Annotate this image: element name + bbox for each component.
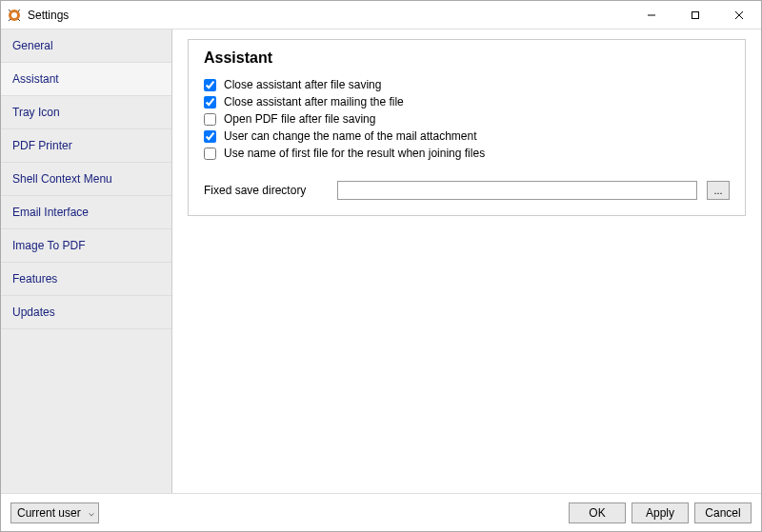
svg-line-3 bbox=[18, 10, 20, 11]
fixed-dir-input[interactable] bbox=[337, 181, 697, 200]
settings-window: Settings General Assistant Tray Icon PDF… bbox=[0, 0, 762, 532]
group-title: Assistant bbox=[204, 49, 730, 67]
svg-line-2 bbox=[9, 10, 10, 11]
checkbox-row: Close assistant after mailing the file bbox=[204, 93, 730, 110]
footer: Current user OK Apply Cancel bbox=[1, 493, 761, 531]
fixed-save-directory-row: Fixed save directory ... bbox=[204, 181, 730, 200]
body-area: General Assistant Tray Icon PDF Printer … bbox=[1, 30, 761, 493]
checkbox-label: Use name of first file for the result wh… bbox=[224, 147, 485, 160]
svg-line-4 bbox=[9, 19, 10, 21]
checkbox-label: Close assistant after mailing the file bbox=[224, 95, 404, 108]
checkbox-close-after-saving[interactable] bbox=[204, 79, 216, 91]
sidebar-item-features[interactable]: Features bbox=[1, 263, 171, 296]
app-icon bbox=[7, 8, 22, 23]
sidebar-item-shell-context-menu[interactable]: Shell Context Menu bbox=[1, 163, 171, 196]
svg-rect-7 bbox=[692, 11, 699, 18]
user-scope-value: Current user bbox=[17, 506, 81, 520]
checkbox-label: Open PDF file after file saving bbox=[224, 112, 375, 126]
browse-button[interactable]: ... bbox=[707, 181, 730, 200]
sidebar-item-label: Email Interface bbox=[12, 206, 89, 219]
checkbox-change-attachment-name[interactable] bbox=[204, 130, 216, 143]
titlebar: Settings bbox=[1, 1, 761, 30]
sidebar-item-assistant[interactable]: Assistant bbox=[1, 63, 171, 96]
checkbox-row: Close assistant after file saving bbox=[204, 76, 730, 93]
minimize-button[interactable] bbox=[630, 1, 673, 29]
sidebar-item-updates[interactable]: Updates bbox=[1, 296, 171, 329]
sidebar-item-general[interactable]: General bbox=[1, 30, 171, 63]
checkbox-open-pdf-after-saving[interactable] bbox=[204, 113, 216, 126]
sidebar-item-tray-icon[interactable]: Tray Icon bbox=[1, 96, 171, 129]
window-controls bbox=[630, 1, 761, 29]
apply-button[interactable]: Apply bbox=[632, 502, 689, 523]
sidebar-item-label: PDF Printer bbox=[12, 139, 72, 152]
sidebar-item-label: Features bbox=[12, 272, 57, 286]
main-panel: Assistant Close assistant after file sav… bbox=[172, 30, 761, 493]
window-title: Settings bbox=[28, 9, 69, 22]
sidebar-item-label: Shell Context Menu bbox=[12, 172, 112, 186]
checkbox-row: User can change the name of the mail att… bbox=[204, 128, 730, 145]
sidebar: General Assistant Tray Icon PDF Printer … bbox=[1, 30, 172, 493]
sidebar-item-label: Assistant bbox=[12, 72, 59, 86]
svg-point-1 bbox=[11, 12, 17, 18]
sidebar-item-email-interface[interactable]: Email Interface bbox=[1, 196, 171, 229]
ok-button[interactable]: OK bbox=[569, 502, 626, 523]
checkbox-use-first-file-name[interactable] bbox=[204, 148, 216, 160]
fixed-dir-label: Fixed save directory bbox=[204, 184, 328, 197]
close-button[interactable] bbox=[717, 1, 761, 29]
maximize-button[interactable] bbox=[673, 1, 717, 29]
sidebar-item-label: Tray Icon bbox=[12, 106, 60, 119]
checkbox-close-after-mailing[interactable] bbox=[204, 96, 216, 108]
sidebar-item-pdf-printer[interactable]: PDF Printer bbox=[1, 129, 171, 163]
checkbox-label: Close assistant after file saving bbox=[224, 78, 381, 91]
checkbox-label: User can change the name of the mail att… bbox=[224, 129, 476, 143]
user-scope-select[interactable]: Current user bbox=[10, 502, 99, 523]
sidebar-item-label: Image To PDF bbox=[12, 239, 85, 252]
sidebar-item-label: General bbox=[12, 39, 53, 52]
sidebar-item-label: Updates bbox=[12, 305, 55, 319]
cancel-button[interactable]: Cancel bbox=[694, 502, 752, 523]
svg-line-5 bbox=[18, 19, 20, 21]
checkbox-row: Use name of first file for the result wh… bbox=[204, 145, 730, 162]
sidebar-item-image-to-pdf[interactable]: Image To PDF bbox=[1, 229, 171, 263]
checkbox-row: Open PDF file after file saving bbox=[204, 110, 730, 128]
assistant-group: Assistant Close assistant after file sav… bbox=[188, 39, 746, 216]
